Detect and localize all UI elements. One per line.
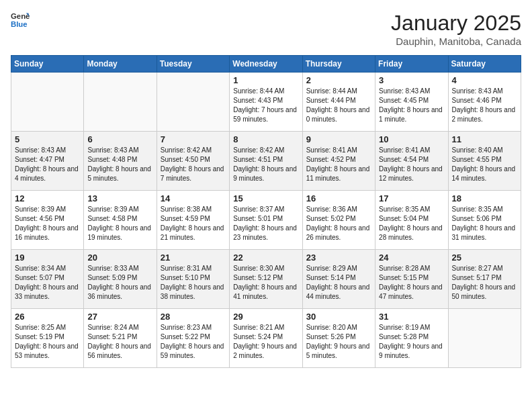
day-number: 7 <box>161 134 226 144</box>
day-cell: 25Sunrise: 8:27 AM Sunset: 5:17 PM Dayli… <box>448 250 521 309</box>
day-number: 2 <box>306 75 371 85</box>
logo: General Blue <box>11 11 30 30</box>
day-number: 26 <box>15 312 80 322</box>
day-number: 11 <box>452 134 517 144</box>
day-info: Sunrise: 8:43 AM Sunset: 4:45 PM Dayligh… <box>379 87 444 124</box>
day-cell: 6Sunrise: 8:43 AM Sunset: 4:48 PM Daylig… <box>84 132 157 191</box>
day-cell <box>448 309 521 368</box>
day-cell: 27Sunrise: 8:24 AM Sunset: 5:21 PM Dayli… <box>84 309 157 368</box>
day-number: 14 <box>161 193 226 203</box>
day-cell: 13Sunrise: 8:39 AM Sunset: 4:58 PM Dayli… <box>84 191 157 250</box>
day-number: 12 <box>15 193 80 203</box>
day-number: 18 <box>452 193 517 203</box>
day-info: Sunrise: 8:42 AM Sunset: 4:50 PM Dayligh… <box>161 146 226 183</box>
header-wednesday: Wednesday <box>230 56 302 73</box>
day-number: 27 <box>87 312 152 322</box>
day-info: Sunrise: 8:28 AM Sunset: 5:15 PM Dayligh… <box>379 264 444 302</box>
day-info: Sunrise: 8:38 AM Sunset: 4:59 PM Dayligh… <box>161 205 226 242</box>
day-info: Sunrise: 8:21 AM Sunset: 5:24 PM Dayligh… <box>233 323 298 361</box>
day-number: 30 <box>306 312 371 322</box>
day-cell: 26Sunrise: 8:25 AM Sunset: 5:19 PM Dayli… <box>11 309 84 368</box>
week-row-4: 19Sunrise: 8:34 AM Sunset: 5:07 PM Dayli… <box>11 250 521 309</box>
day-info: Sunrise: 8:23 AM Sunset: 5:22 PM Dayligh… <box>161 323 226 361</box>
day-info: Sunrise: 8:41 AM Sunset: 4:52 PM Dayligh… <box>306 146 371 183</box>
day-cell: 14Sunrise: 8:38 AM Sunset: 4:59 PM Dayli… <box>157 191 229 250</box>
day-cell: 24Sunrise: 8:28 AM Sunset: 5:15 PM Dayli… <box>375 250 448 309</box>
day-number: 3 <box>379 75 444 85</box>
day-info: Sunrise: 8:27 AM Sunset: 5:17 PM Dayligh… <box>452 264 517 302</box>
week-row-3: 12Sunrise: 8:39 AM Sunset: 4:56 PM Dayli… <box>11 191 521 250</box>
day-cell: 22Sunrise: 8:30 AM Sunset: 5:12 PM Dayli… <box>230 250 302 309</box>
day-number: 8 <box>233 134 298 144</box>
day-info: Sunrise: 8:35 AM Sunset: 5:06 PM Dayligh… <box>452 205 517 242</box>
day-cell: 10Sunrise: 8:41 AM Sunset: 4:54 PM Dayli… <box>375 132 448 191</box>
day-info: Sunrise: 8:25 AM Sunset: 5:19 PM Dayligh… <box>15 323 80 361</box>
day-number: 29 <box>233 312 298 322</box>
day-info: Sunrise: 8:29 AM Sunset: 5:14 PM Dayligh… <box>306 264 371 302</box>
day-info: Sunrise: 8:24 AM Sunset: 5:21 PM Dayligh… <box>87 323 152 361</box>
day-cell: 5Sunrise: 8:43 AM Sunset: 4:47 PM Daylig… <box>11 132 84 191</box>
calendar-subtitle: Dauphin, Manitoba, Canada <box>391 36 521 47</box>
day-cell: 20Sunrise: 8:33 AM Sunset: 5:09 PM Dayli… <box>84 250 157 309</box>
header-monday: Monday <box>84 56 157 73</box>
day-info: Sunrise: 8:31 AM Sunset: 5:10 PM Dayligh… <box>161 264 226 302</box>
day-cell: 4Sunrise: 8:43 AM Sunset: 4:46 PM Daylig… <box>448 73 521 132</box>
day-info: Sunrise: 8:30 AM Sunset: 5:12 PM Dayligh… <box>233 264 298 302</box>
day-cell: 3Sunrise: 8:43 AM Sunset: 4:45 PM Daylig… <box>375 73 448 132</box>
day-info: Sunrise: 8:39 AM Sunset: 4:58 PM Dayligh… <box>87 205 152 242</box>
day-info: Sunrise: 8:41 AM Sunset: 4:54 PM Dayligh… <box>379 146 444 183</box>
day-number: 10 <box>379 134 444 144</box>
week-row-1: 1Sunrise: 8:44 AM Sunset: 4:43 PM Daylig… <box>11 73 521 132</box>
day-cell <box>157 73 229 132</box>
day-info: Sunrise: 8:43 AM Sunset: 4:46 PM Dayligh… <box>452 87 517 124</box>
header-thursday: Thursday <box>302 56 375 73</box>
day-number: 1 <box>233 75 298 85</box>
day-cell: 31Sunrise: 8:19 AM Sunset: 5:28 PM Dayli… <box>375 309 448 368</box>
day-number: 16 <box>306 193 371 203</box>
day-info: Sunrise: 8:44 AM Sunset: 4:43 PM Dayligh… <box>233 87 298 124</box>
day-cell: 1Sunrise: 8:44 AM Sunset: 4:43 PM Daylig… <box>230 73 302 132</box>
day-cell: 21Sunrise: 8:31 AM Sunset: 5:10 PM Dayli… <box>157 250 229 309</box>
day-cell: 8Sunrise: 8:42 AM Sunset: 4:51 PM Daylig… <box>230 132 302 191</box>
header-saturday: Saturday <box>448 56 521 73</box>
day-info: Sunrise: 8:43 AM Sunset: 4:48 PM Dayligh… <box>87 146 152 183</box>
day-number: 31 <box>379 312 444 322</box>
day-number: 25 <box>452 253 517 263</box>
day-cell: 7Sunrise: 8:42 AM Sunset: 4:50 PM Daylig… <box>157 132 229 191</box>
day-number: 23 <box>306 253 371 263</box>
day-number: 4 <box>452 75 517 85</box>
day-cell: 19Sunrise: 8:34 AM Sunset: 5:07 PM Dayli… <box>11 250 84 309</box>
header-friday: Friday <box>375 56 448 73</box>
day-cell: 16Sunrise: 8:36 AM Sunset: 5:02 PM Dayli… <box>302 191 375 250</box>
day-cell: 17Sunrise: 8:35 AM Sunset: 5:04 PM Dayli… <box>375 191 448 250</box>
day-number: 17 <box>379 193 444 203</box>
day-cell: 11Sunrise: 8:40 AM Sunset: 4:55 PM Dayli… <box>448 132 521 191</box>
day-cell: 29Sunrise: 8:21 AM Sunset: 5:24 PM Dayli… <box>230 309 302 368</box>
calendar-title: January 2025 <box>391 11 521 36</box>
day-number: 24 <box>379 253 444 263</box>
day-cell: 15Sunrise: 8:37 AM Sunset: 5:01 PM Dayli… <box>230 191 302 250</box>
day-cell <box>84 73 157 132</box>
header-sunday: Sunday <box>11 56 84 73</box>
day-cell: 2Sunrise: 8:44 AM Sunset: 4:44 PM Daylig… <box>302 73 375 132</box>
header-tuesday: Tuesday <box>157 56 229 73</box>
day-cell: 12Sunrise: 8:39 AM Sunset: 4:56 PM Dayli… <box>11 191 84 250</box>
day-number: 13 <box>87 193 152 203</box>
week-row-5: 26Sunrise: 8:25 AM Sunset: 5:19 PM Dayli… <box>11 309 521 368</box>
day-cell <box>11 73 84 132</box>
day-cell: 9Sunrise: 8:41 AM Sunset: 4:52 PM Daylig… <box>302 132 375 191</box>
day-info: Sunrise: 8:36 AM Sunset: 5:02 PM Dayligh… <box>306 205 371 242</box>
day-info: Sunrise: 8:39 AM Sunset: 4:56 PM Dayligh… <box>15 205 80 242</box>
day-number: 6 <box>87 134 152 144</box>
logo-icon: General Blue <box>11 11 30 30</box>
day-number: 22 <box>233 253 298 263</box>
day-info: Sunrise: 8:40 AM Sunset: 4:55 PM Dayligh… <box>452 146 517 183</box>
day-info: Sunrise: 8:43 AM Sunset: 4:47 PM Dayligh… <box>15 146 80 183</box>
day-info: Sunrise: 8:19 AM Sunset: 5:28 PM Dayligh… <box>379 323 444 361</box>
day-info: Sunrise: 8:35 AM Sunset: 5:04 PM Dayligh… <box>379 205 444 242</box>
day-cell: 23Sunrise: 8:29 AM Sunset: 5:14 PM Dayli… <box>302 250 375 309</box>
day-info: Sunrise: 8:42 AM Sunset: 4:51 PM Dayligh… <box>233 146 298 183</box>
calendar-table: SundayMondayTuesdayWednesdayThursdayFrid… <box>11 55 521 368</box>
title-block: January 2025 Dauphin, Manitoba, Canada <box>391 11 521 47</box>
day-info: Sunrise: 8:34 AM Sunset: 5:07 PM Dayligh… <box>15 264 80 302</box>
